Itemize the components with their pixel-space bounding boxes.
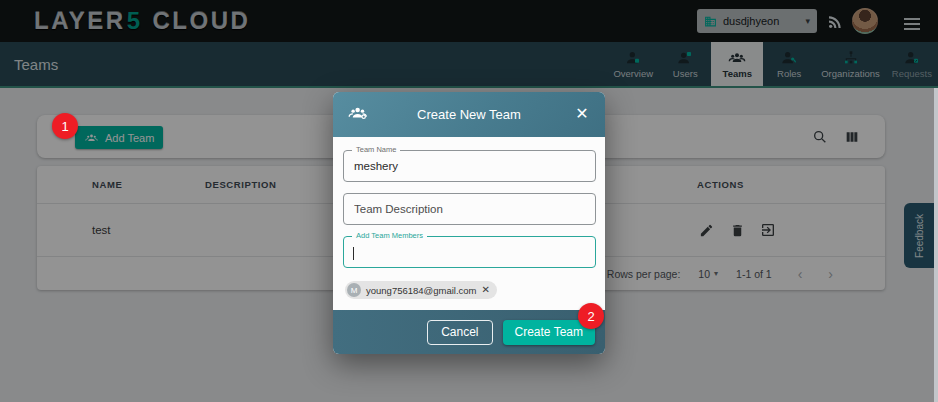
member-email: young756184@gmail.com [366,285,477,296]
create-team-modal: Create New Team ✕ Team Name Add Team Mem… [333,92,605,354]
annotation-step-1-badge: 1 [52,113,78,139]
window-edge-strip [934,88,938,402]
add-team-members-field: Add Team Members [343,236,596,268]
modal-footer: Cancel Create Team [333,310,605,354]
member-initial-avatar: M [347,283,361,297]
modal-title: Create New Team [333,107,605,122]
text-cursor [353,247,354,260]
modal-header: Create New Team ✕ [333,92,605,137]
team-name-field: Team Name [343,150,596,182]
member-email-chip: M young756184@gmail.com ✕ [345,281,497,299]
team-description-input[interactable] [344,194,595,224]
cancel-button[interactable]: Cancel [427,320,492,345]
app-window: LAYER5CLOUD dusdjhyeon ▾ Teams Overview [0,0,938,402]
annotation-step-2-badge: 2 [578,303,604,329]
team-description-field [343,193,596,225]
modal-body: Team Name Add Team Members M young756184… [333,137,605,310]
team-name-input[interactable] [344,151,595,181]
remove-member-icon[interactable]: ✕ [482,285,490,295]
close-icon[interactable]: ✕ [571,103,593,125]
add-team-members-input[interactable] [344,237,595,267]
